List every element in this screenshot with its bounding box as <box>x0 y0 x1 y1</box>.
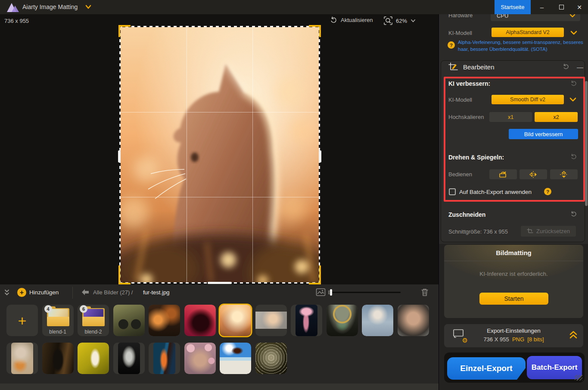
export-settings-title: Export-Einstellungen <box>444 328 583 334</box>
thumbnail-angel-statue[interactable] <box>113 343 145 374</box>
upscale-x2-button[interactable]: x2 <box>535 112 578 122</box>
breadcrumb-group[interactable]: Alle Bilder (27) / <box>93 289 133 296</box>
crop-undo-icon[interactable] <box>570 211 578 218</box>
export-collapse-chevrons-up-icon[interactable] <box>568 330 579 340</box>
crop-grid-line <box>252 27 253 282</box>
thumbnail-emerald-necklace[interactable] <box>327 305 358 336</box>
close-button[interactable]: ✕ <box>571 0 588 14</box>
resize-grip[interactable] <box>575 375 582 381</box>
edit-crop-pencil-icon <box>448 62 458 72</box>
slider-cap <box>328 290 330 294</box>
edit-section-title: Bearbeiten <box>463 63 495 71</box>
enhance-model-select[interactable]: Smooth Diff v2 <box>492 95 564 104</box>
zoom-control[interactable]: 62% <box>383 16 416 25</box>
ki-modell-chevron-down-icon[interactable] <box>568 28 579 37</box>
image-size-label: 736 x 955 <box>4 18 29 24</box>
crop-handle-right[interactable] <box>319 150 321 162</box>
thumbnail-night-scene[interactable] <box>149 305 180 336</box>
model-help-icon[interactable]: ? <box>448 41 455 49</box>
enhance-model-chevron-down-icon[interactable] <box>567 95 579 104</box>
crop-corner-handle-bottom-left[interactable] <box>118 265 131 284</box>
crop-border-top[interactable] <box>119 26 320 27</box>
thumbnail-neon-woman[interactable] <box>149 343 180 374</box>
thumbnail-kitten[interactable] <box>220 305 251 336</box>
rotate-section-title: Drehen & Spiegeln: <box>448 154 504 161</box>
thumbnail-size-slider[interactable] <box>328 292 401 293</box>
home-button[interactable]: Startseite <box>495 0 531 14</box>
trash-icon[interactable] <box>421 288 429 296</box>
export-settings-info: 736 X 955 PNG [8 bits] <box>444 336 583 343</box>
upscale-x1-button[interactable]: x1 <box>489 112 532 122</box>
enhance-section-title: KI verbessern: <box>448 80 490 87</box>
apply-to-batch-label: Auf Batch-Export anwenden <box>459 189 532 195</box>
thumbnail-girl-with-kittens[interactable] <box>6 343 38 374</box>
maximize-button[interactable] <box>553 0 570 14</box>
crop-grid-line <box>121 197 319 197</box>
export-settings-bar[interactable]: ⚙ Export-Einstellungen 736 X 955 PNG [8 … <box>444 324 583 347</box>
flip-horizontal-button[interactable] <box>520 169 547 179</box>
folder-blend-2[interactable]: 6blend-2 <box>78 305 109 336</box>
rotate-icon <box>498 171 508 178</box>
thumbnail-spider-web[interactable] <box>255 343 287 374</box>
enhance-undo-icon[interactable] <box>570 80 578 87</box>
flip-vertical-button[interactable] <box>550 169 578 179</box>
crop-corner-handle-top-right[interactable] <box>309 25 321 37</box>
crop-section-title: Zuschneiden <box>448 211 485 218</box>
app-menu-chevron-down-icon[interactable] <box>84 4 92 10</box>
question-glyph: ? <box>450 43 453 48</box>
panel-scrollbar[interactable] <box>585 81 588 206</box>
refresh-button[interactable]: Aktualisieren <box>330 16 373 24</box>
thumbnail-neon-woman-image <box>153 343 175 374</box>
single-export-button[interactable]: Einzel-Export <box>447 357 526 380</box>
thumbnail-spider-web-image <box>255 343 287 374</box>
thumbnail-blonde-woman[interactable] <box>255 305 287 336</box>
thumbnail-bike[interactable] <box>113 305 145 336</box>
thumbnail-flower-woman[interactable] <box>184 343 216 374</box>
image-preview[interactable] <box>121 27 319 282</box>
minimize-icon: – <box>540 3 544 11</box>
thumbnail-suit-man[interactable] <box>42 343 74 374</box>
thumbnail-size-icon <box>316 288 326 296</box>
crop-handle-left[interactable] <box>118 150 121 162</box>
crop-reset-button[interactable]: Zurücksetzen <box>521 226 576 237</box>
rotate-undo-icon[interactable] <box>570 153 578 160</box>
edit-undo-icon[interactable] <box>562 63 570 70</box>
filmstrip-collapse-chevrons-down-icon[interactable] <box>3 289 10 296</box>
folder-icon: 4 <box>47 308 69 326</box>
back-arrow-icon[interactable] <box>81 289 90 296</box>
crop-handle-bottom[interactable] <box>208 282 232 284</box>
rotate-button[interactable] <box>489 169 517 179</box>
thumbnail-veiled-woman-image <box>362 305 393 336</box>
refresh-label: Aktualisieren <box>341 17 373 23</box>
minimize-button[interactable]: – <box>533 0 551 14</box>
crop-size-value: Schnittgröße: 736 x 955 <box>448 228 508 235</box>
filmstrip-scrollbar-track[interactable] <box>0 384 439 390</box>
start-button[interactable]: Starten <box>479 293 548 305</box>
enhance-image-button[interactable]: Bild verbessern <box>509 129 578 139</box>
batch-help-icon[interactable]: ? <box>544 188 551 195</box>
thumbnail-man-portrait[interactable] <box>398 305 429 336</box>
title-bar: Aiarty Image Matting Startseite – ✕ <box>0 0 588 14</box>
add-image-tile[interactable]: + <box>6 305 38 336</box>
thumbnail-red-silhouette[interactable] <box>184 305 216 336</box>
thumbnail-veiled-woman[interactable] <box>362 305 393 336</box>
folder-blend-1[interactable]: 4blend-1 <box>42 305 74 336</box>
breadcrumb-current-file: fur-test.jpg <box>143 289 169 296</box>
edit-collapse-button[interactable]: — <box>577 63 583 70</box>
add-image-label[interactable]: Hinzufügen <box>29 289 59 296</box>
model-hint-text: Alpha-Verfeinerung, bessere semi-transpa… <box>458 39 584 53</box>
add-image-button[interactable]: + <box>17 288 26 297</box>
crop-corner-handle-top-left[interactable] <box>118 25 131 37</box>
slider-knob[interactable] <box>330 289 332 296</box>
thumbnail-red-silhouette-image <box>184 305 216 336</box>
thumbnail-skateboarder[interactable] <box>220 343 251 374</box>
close-icon: ✕ <box>577 4 582 11</box>
crop-corner-handle-bottom-right[interactable] <box>309 265 321 284</box>
batch-export-button[interactable]: Batch-Export <box>527 356 582 379</box>
ki-modell-select[interactable]: AlphaStandard V2 <box>492 28 564 37</box>
zoom-chevron-down-icon[interactable] <box>410 19 416 23</box>
thumbnail-jellyfish[interactable] <box>291 305 322 336</box>
thumbnail-yellow-veil-woman[interactable] <box>78 343 109 374</box>
apply-to-batch-checkbox[interactable] <box>449 188 456 195</box>
thumbnail-jellyfish-image <box>296 305 317 336</box>
